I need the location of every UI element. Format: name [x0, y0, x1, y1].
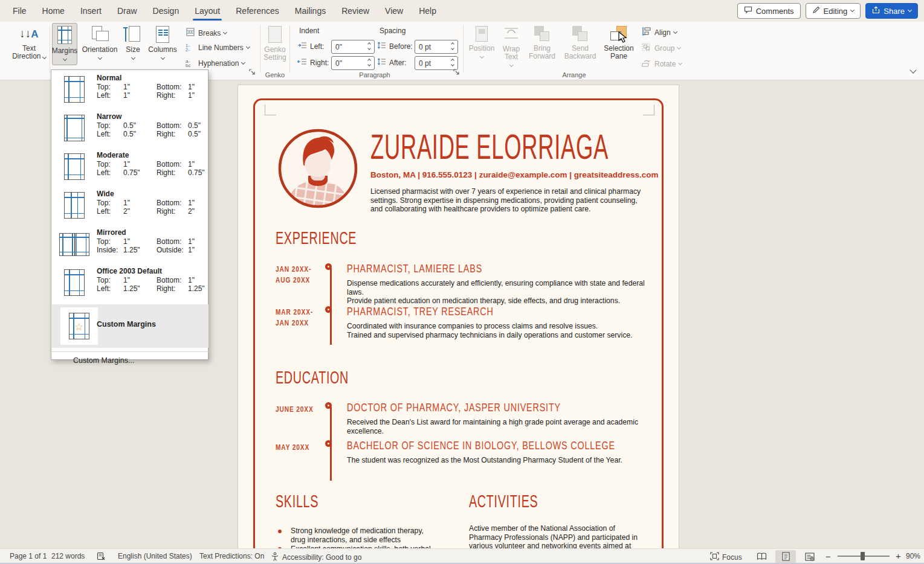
language-indicator[interactable]: English (United States): [118, 552, 192, 560]
profile-photo[interactable]: [277, 127, 359, 210]
page-setup-dialog-launcher[interactable]: [249, 69, 256, 76]
chevron-down-icon: [673, 29, 677, 33]
margins-preset-normal[interactable]: Normal Top:1"Bottom:1" Left:1"Right:1": [52, 71, 207, 110]
education-entry-desc: The student was recognized as the Most O…: [347, 456, 649, 465]
print-layout-button[interactable]: [775, 550, 796, 563]
tab-references[interactable]: References: [228, 0, 287, 22]
indent-left-row: Left:: [297, 42, 324, 51]
align-button[interactable]: Align: [642, 27, 677, 37]
paragraph-group-label: Paragraph: [302, 71, 447, 79]
education-entry-title: DOCTOR OF PHARMACY, JASPER UNIVERSITY: [347, 402, 614, 414]
activities-heading: ACTIVITIES: [469, 492, 573, 510]
bring-forward-button: Bring Forward: [526, 23, 558, 61]
margins-preset-mirrored[interactable]: Mirrored Top:1"Bottom:1" Inside:1.25"Out…: [52, 226, 207, 264]
spinner-arrows[interactable]: [366, 41, 373, 53]
margins-preset-wide[interactable]: Wide Top:1"Bottom:1" Left:2"Right:2": [52, 187, 207, 226]
bullet-dot: [278, 530, 282, 533]
education-entry-date: JUNE 20XX: [276, 403, 320, 414]
zoom-level[interactable]: 90%: [906, 552, 920, 560]
wrap-text-button: Wrap Text: [498, 23, 525, 67]
size-button[interactable]: Size: [121, 23, 145, 60]
arrange-group-label: Arrange: [520, 71, 628, 79]
comments-button[interactable]: Comments: [737, 3, 801, 19]
tab-review[interactable]: Review: [334, 0, 377, 22]
margins-preset-office-2003[interactable]: Office 2003 Default Top:1"Bottom:1" Left…: [52, 264, 207, 303]
margins-button[interactable]: Margins: [52, 23, 77, 65]
web-layout-button[interactable]: [800, 550, 820, 563]
line-numbers-icon: 1⎯2⎯: [186, 43, 195, 52]
tab-draw[interactable]: Draw: [109, 0, 145, 22]
pencil-icon: [812, 6, 820, 16]
zoom-out-button[interactable]: −: [825, 551, 831, 562]
margins-custom-selected-item[interactable]: ☆ Custom Margins: [52, 304, 208, 348]
education-entry-date: MAY 20XX: [276, 441, 315, 452]
paragraph-dialog-launcher[interactable]: [453, 69, 460, 76]
tab-insert[interactable]: Insert: [73, 0, 109, 22]
tab-home[interactable]: Home: [34, 0, 73, 22]
breaks-icon: [186, 28, 195, 38]
focus-mode-button[interactable]: Focus: [710, 552, 742, 562]
zoom-slider-thumb[interactable]: [861, 552, 865, 560]
indent-right-row: Right:: [297, 58, 329, 67]
page-indicator[interactable]: Page 1 of 1: [10, 552, 47, 560]
line-numbers-button[interactable]: 1⎯2⎯ Line Numbers: [186, 43, 250, 52]
bring-forward-icon: [534, 26, 550, 42]
collapse-ribbon-chevron-icon[interactable]: [909, 66, 916, 73]
columns-button[interactable]: Columns: [147, 23, 178, 60]
timeline-dot: [325, 306, 332, 313]
align-icon: [642, 27, 651, 37]
genko-setting-button: Genko Setting: [262, 23, 288, 62]
chevron-down-icon: [42, 55, 47, 59]
chevron-down-icon: [908, 8, 912, 12]
text-predictions-indicator[interactable]: Text Predictions: On: [199, 552, 264, 560]
spinner-arrows[interactable]: [366, 57, 373, 69]
tab-view[interactable]: View: [377, 0, 411, 22]
chevron-down-icon: [62, 57, 66, 61]
indent-right-input[interactable]: 0": [331, 56, 375, 70]
orientation-button[interactable]: Orientation: [80, 23, 119, 60]
read-mode-button[interactable]: [751, 550, 772, 563]
resume-contact-line: Boston, MA | 916.555.0123 | zuraide@exam…: [370, 170, 658, 179]
custom-margins-icon: ☆: [69, 313, 89, 339]
chevron-down-icon: [241, 60, 245, 65]
tab-mailings[interactable]: Mailings: [287, 0, 334, 22]
activities-text: Active member of the National Associatio…: [469, 524, 643, 548]
proofing-status-icon[interactable]: [97, 552, 106, 561]
margins-icon: [57, 26, 72, 44]
zoom-in-button[interactable]: +: [896, 551, 901, 561]
ribbon-tabs: File Home Insert Draw Design Layout Refe…: [5, 0, 444, 22]
position-button: Position: [467, 23, 497, 59]
tab-file[interactable]: File: [5, 0, 34, 22]
tab-design[interactable]: Design: [145, 0, 187, 22]
text-direction-button[interactable]: ↓↓A Text Direction: [10, 23, 48, 61]
size-icon: [125, 26, 141, 43]
chevron-down-icon: [160, 56, 164, 60]
accessibility-status[interactable]: Accessibility: Good to go: [271, 552, 361, 563]
spinner-arrows[interactable]: [449, 57, 456, 69]
tab-help[interactable]: Help: [411, 0, 444, 22]
spinner-arrows[interactable]: [449, 41, 456, 53]
rotate-icon: [642, 59, 651, 69]
comment-bubble-icon: [744, 6, 752, 16]
resume-name: ZURAIDE ELORRIAGA: [370, 130, 679, 164]
spacing-after-input[interactable]: 0 pt: [415, 56, 458, 70]
word-count[interactable]: 212 words: [51, 552, 85, 560]
editing-mode-button[interactable]: Editing: [806, 3, 861, 19]
hyphenation-button[interactable]: a-bc Hyphenation: [186, 59, 245, 68]
share-icon: [872, 6, 880, 16]
columns-icon: [156, 26, 169, 43]
education-heading: EDUCATION: [276, 368, 386, 386]
margins-preset-narrow[interactable]: Narrow Top:0.5"Bottom:0.5" Left:0.5"Righ…: [52, 110, 207, 149]
spacing-before-input[interactable]: 0 pt: [415, 40, 458, 54]
tab-layout[interactable]: Layout: [187, 0, 228, 22]
menu-bar: File Home Insert Draw Design Layout Refe…: [0, 0, 924, 22]
custom-margins-command[interactable]: Custom Margins...: [73, 356, 134, 365]
indent-left-input[interactable]: 0": [331, 40, 375, 54]
education-entry-desc: Received the Dean's List award for maint…: [347, 418, 649, 435]
group-button: Group: [642, 43, 680, 53]
margins-preset-moderate[interactable]: Moderate Top:1"Bottom:1" Left:0.75"Right…: [52, 149, 207, 187]
breaks-button[interactable]: Breaks: [186, 28, 227, 38]
document-page[interactable]: ZURAIDE ELORRIAGA Boston, MA | 916.555.0…: [237, 85, 679, 548]
chevron-down-icon: [246, 45, 250, 49]
share-button[interactable]: Share: [865, 3, 918, 19]
